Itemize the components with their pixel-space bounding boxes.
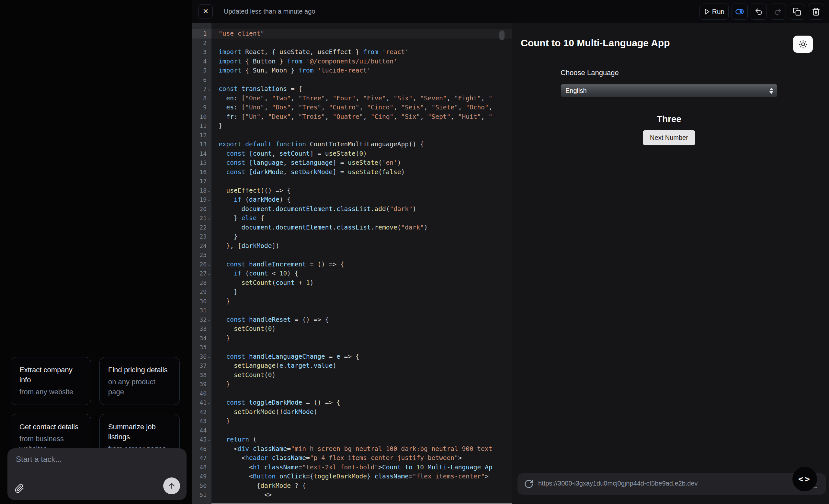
code-line: const toggleDarkMode = () => { xyxy=(219,398,512,408)
code-line xyxy=(219,306,512,315)
line-number: 16 xyxy=(192,168,212,177)
preview-url: https://3000-i3gxay1du0mcj0gjnp44d-cf5be… xyxy=(538,480,698,487)
fold-spacer xyxy=(207,297,212,306)
fold-spacer xyxy=(207,334,212,343)
fold-chevron-icon[interactable]: ⌄ xyxy=(207,315,212,325)
code-editor[interactable]: 1234567⌄89101112131415161718⌄19⌄2021⌄222… xyxy=(192,23,512,504)
preview-url-bar[interactable]: https://3000-i3gxay1du0mcj0gjnp44d-cf5be… xyxy=(517,473,826,495)
suggestion-card-title: Summarize job listings xyxy=(108,422,171,442)
fold-spacer xyxy=(207,112,212,122)
code-line xyxy=(219,75,512,85)
line-number: 23 xyxy=(192,232,212,241)
line-number: 25 xyxy=(192,250,212,260)
code-line: } xyxy=(219,121,512,131)
fold-chevron-icon[interactable]: ⌄ xyxy=(207,260,212,269)
code-line: {darkMode ? ( xyxy=(219,481,512,491)
show-code-button[interactable]: <> xyxy=(792,467,817,491)
close-button[interactable]: ✕ xyxy=(199,4,213,18)
line-number: 10 xyxy=(192,112,212,122)
fold-spacer xyxy=(207,140,212,149)
dark-mode-toggle-button[interactable] xyxy=(793,36,813,53)
paperclip-icon xyxy=(14,483,26,493)
language-select[interactable]: English xyxy=(561,84,778,97)
toolbar-actions: Run xyxy=(699,4,824,20)
fold-spacer xyxy=(207,66,212,75)
line-number: 4 xyxy=(192,57,212,66)
fold-spacer xyxy=(207,463,212,472)
code-line xyxy=(219,131,512,140)
code-line: setCount(count + 1) xyxy=(219,278,512,288)
code-line: <Button onClick={toggleDarkMode} classNa… xyxy=(219,472,512,481)
line-number: 37 xyxy=(192,361,212,371)
undo-button[interactable] xyxy=(751,4,767,20)
refresh-button[interactable] xyxy=(524,479,534,489)
code-line: if (count < 10) { xyxy=(219,269,512,278)
fold-spacer xyxy=(207,39,212,48)
code-line: } xyxy=(219,417,512,426)
line-number: 28 xyxy=(192,278,212,288)
fold-spacer xyxy=(207,168,212,177)
line-number: 8 xyxy=(192,94,212,103)
code-line: <> xyxy=(219,491,512,500)
fold-chevron-icon[interactable]: ⌄ xyxy=(207,214,212,223)
fold-chevron-icon[interactable]: ⌄ xyxy=(207,352,212,361)
fold-spacer xyxy=(207,94,212,103)
next-number-button[interactable]: Next Number xyxy=(643,130,695,145)
fold-chevron-icon[interactable]: ⌄ xyxy=(207,398,212,408)
attach-file-button[interactable] xyxy=(14,482,26,494)
editor-horizontal-scrollbar[interactable] xyxy=(212,503,512,504)
fold-chevron-icon[interactable]: ⌄ xyxy=(207,84,212,94)
code-icon: <> xyxy=(798,474,811,484)
code-line xyxy=(219,343,512,352)
select-spinner-icon xyxy=(769,84,773,97)
language-label: Choose Language xyxy=(561,69,778,77)
task-input-box[interactable]: Start a tack... xyxy=(7,448,186,500)
fold-spacer xyxy=(207,278,212,288)
delete-button[interactable] xyxy=(808,4,824,20)
fold-spacer xyxy=(207,444,212,454)
fold-spacer xyxy=(207,204,212,214)
line-number: 31 xyxy=(192,306,212,315)
line-number: 40 xyxy=(192,389,212,398)
fold-spacer xyxy=(207,250,212,260)
suggestion-card[interactable]: Find pricing detailson any product page xyxy=(99,357,180,405)
updated-status: Updated less than a minute ago xyxy=(224,8,315,15)
task-input-placeholder: Start a tack... xyxy=(16,455,62,464)
suggestion-card-title: Get contact details xyxy=(20,422,82,432)
code-line: const handleLanguageChange = e => { xyxy=(219,352,512,361)
run-button[interactable]: Run xyxy=(699,4,729,20)
fold-chevron-icon[interactable]: ⌄ xyxy=(207,269,212,278)
suggestion-card[interactable]: Extract company infofrom any website xyxy=(11,357,91,405)
code-line: const [language, setLanguage] = useState… xyxy=(219,158,512,168)
line-number: 32⌄ xyxy=(192,315,212,325)
fold-spacer xyxy=(207,491,212,500)
code-line: }, [darkMode]) xyxy=(219,241,512,251)
fold-chevron-icon[interactable]: ⌄ xyxy=(207,435,212,444)
line-number: 11 xyxy=(192,121,212,131)
code-line: document.documentElement.classList.remov… xyxy=(219,223,512,232)
fold-spacer xyxy=(207,408,212,417)
line-number: 29 xyxy=(192,287,212,297)
line-number: 12 xyxy=(192,131,212,140)
line-number: 33 xyxy=(192,324,212,334)
line-number: 47 xyxy=(192,454,212,463)
line-number: 35 xyxy=(192,343,212,352)
fold-spacer xyxy=(207,158,212,168)
fold-chevron-icon[interactable]: ⌄ xyxy=(207,186,212,196)
send-task-button[interactable] xyxy=(163,477,180,494)
code-line: fr: ["Un", "Deux", "Trois", "Quatre", "C… xyxy=(219,112,512,122)
fold-chevron-icon[interactable]: ⌄ xyxy=(207,195,212,204)
line-number: 30 xyxy=(192,297,212,306)
code-line: document.documentElement.classList.add("… xyxy=(219,204,512,214)
line-number: 18⌄ xyxy=(192,186,212,196)
editor-code: "use client"import React, { useState, us… xyxy=(212,23,512,504)
code-line: en: ["One", "Two", "Three", "Four", "Fiv… xyxy=(219,94,512,103)
toggle-mode-button[interactable] xyxy=(731,4,748,20)
line-number: 48 xyxy=(192,463,212,472)
redo-button[interactable] xyxy=(770,4,786,20)
editor-vertical-scrollbar[interactable] xyxy=(499,30,505,40)
line-number: 13 xyxy=(192,140,212,149)
suggestion-card-subtitle: on any product page xyxy=(108,377,171,397)
code-line: } xyxy=(219,297,512,306)
copy-button[interactable] xyxy=(789,4,805,20)
